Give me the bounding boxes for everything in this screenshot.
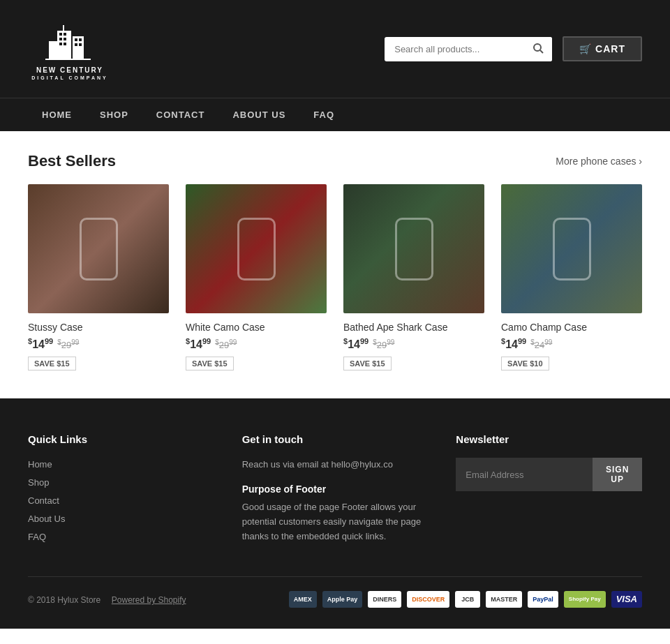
payment-icon: PayPal [528, 591, 558, 608]
footer-link-item[interactable]: Contact [28, 494, 214, 507]
nav-item-home[interactable]: HOME [28, 98, 86, 131]
case-shape-icon [395, 218, 433, 280]
products-grid: Stussy Case $1499 $2999 SAVE $15 White C… [28, 184, 642, 370]
product-card[interactable]: Camo Champ Case $1499 $2499 SAVE $10 [501, 184, 642, 370]
quick-links-list: HomeShopContactAbout UsFAQ [28, 458, 214, 543]
svg-rect-8 [64, 43, 66, 45]
svg-rect-9 [75, 38, 77, 41]
get-in-touch-title: Get in touch [242, 433, 429, 445]
cart-icon: 🛒 [579, 43, 592, 54]
nav-item-shop[interactable]: SHOP [86, 98, 142, 131]
payment-icon: DISCOVER [407, 591, 449, 608]
product-image-3 [501, 184, 642, 313]
product-name: Bathed Ape Shark Case [343, 322, 484, 333]
footer-link[interactable]: Contact [28, 495, 59, 506]
footer-quick-links: Quick Links HomeShopContactAbout UsFAQ [28, 433, 214, 548]
footer-link-item[interactable]: FAQ [28, 530, 214, 543]
site-header: NEW CENTURY DIGITAL COMPANY 🛒 CART [0, 0, 670, 98]
footer-newsletter: Newsletter SIGN UP [456, 433, 642, 548]
powered-by-link[interactable]: Powered by Shopify [112, 595, 186, 605]
price-original: $2999 [215, 338, 237, 350]
case-shape-icon [553, 218, 591, 280]
product-image-2 [343, 184, 484, 313]
main-content: Best Sellers More phone cases › Stussy C… [0, 131, 670, 398]
price-current: $1499 [186, 337, 211, 351]
product-name: White Camo Case [186, 322, 327, 333]
footer-link-item[interactable]: Home [28, 458, 214, 470]
payment-icon: MASTER [486, 591, 522, 608]
logo-text: NEW CENTURY DIGITAL COMPANY [31, 66, 108, 81]
section-title: Best Sellers [28, 152, 116, 170]
nav-link-faq[interactable]: FAQ [299, 98, 348, 131]
product-pricing: $1499 $2499 [501, 337, 642, 351]
product-pricing: $1499 $2999 [343, 337, 484, 351]
payment-icon: JCB [455, 591, 480, 608]
footer-link[interactable]: FAQ [28, 532, 46, 542]
nav-item-contact[interactable]: CONTACT [142, 98, 219, 131]
product-name: Camo Champ Case [501, 322, 642, 333]
payment-icon: DINERS [368, 591, 401, 608]
svg-rect-14 [45, 59, 91, 60]
product-name: Stussy Case [28, 322, 169, 333]
footer-link[interactable]: Shop [28, 477, 49, 488]
product-card[interactable]: Bathed Ape Shark Case $1499 $2999 SAVE $… [343, 184, 484, 370]
price-original: $2999 [373, 338, 394, 350]
cart-button[interactable]: 🛒 CART [563, 36, 642, 61]
contact-text: Reach us via email at hello@hylux.co [242, 458, 429, 472]
price-current: $1499 [343, 337, 368, 351]
footer-link[interactable]: Home [28, 459, 52, 470]
svg-rect-5 [59, 38, 62, 40]
payment-icon: AMEX [289, 591, 317, 608]
section-header: Best Sellers More phone cases › [28, 152, 642, 170]
footer-link-item[interactable]: About Us [28, 512, 214, 525]
product-pricing: $1499 $2999 [186, 337, 327, 351]
save-badge: SAVE $15 [343, 357, 392, 370]
case-shape-icon [237, 218, 276, 280]
header-right: 🛒 CART [385, 36, 642, 61]
search-container [385, 37, 552, 61]
quick-links-title: Quick Links [28, 433, 214, 445]
copyright-text: © 2018 Hylux Store [28, 595, 100, 605]
payment-icon: Shopify Pay [564, 591, 606, 608]
svg-line-16 [540, 50, 543, 53]
nav-item-faq[interactable]: FAQ [299, 98, 348, 131]
more-link[interactable]: More phone cases › [556, 156, 642, 167]
nav-link-shop[interactable]: SHOP [86, 98, 142, 131]
purpose-text: Good usage of the page Footer allows you… [242, 500, 429, 544]
price-current: $1499 [501, 337, 526, 351]
nav-link-home[interactable]: HOME [28, 98, 86, 131]
footer-contact: Get in touch Reach us via email at hello… [242, 433, 429, 548]
nav-link-about[interactable]: ABOUT US [218, 98, 299, 131]
search-icon [533, 43, 544, 54]
nav-item-about[interactable]: ABOUT US [218, 98, 299, 131]
footer-link[interactable]: About Us [28, 514, 65, 524]
logo-area: NEW CENTURY DIGITAL COMPANY [28, 14, 112, 84]
site-footer: Quick Links HomeShopContactAbout UsFAQ G… [0, 398, 670, 629]
footer-separator [104, 595, 109, 605]
price-original: $2999 [57, 338, 79, 350]
footer-bottom: © 2018 Hylux Store Powered by Shopify AM… [28, 576, 642, 608]
svg-point-15 [534, 44, 541, 51]
product-img-placeholder [186, 184, 327, 313]
main-nav: HOME SHOP CONTACT ABOUT US FAQ [0, 98, 670, 131]
svg-rect-13 [63, 25, 64, 31]
product-pricing: $1499 $2999 [28, 337, 169, 351]
product-image-1 [186, 184, 327, 313]
product-card[interactable]: Stussy Case $1499 $2999 SAVE $15 [28, 184, 169, 370]
newsletter-title: Newsletter [456, 433, 642, 445]
product-card[interactable]: White Camo Case $1499 $2999 SAVE $15 [186, 184, 327, 370]
product-img-placeholder [343, 184, 484, 313]
svg-rect-6 [64, 38, 66, 40]
search-button[interactable] [524, 37, 552, 61]
case-shape-icon [80, 218, 118, 280]
footer-link-item[interactable]: Shop [28, 476, 214, 488]
payment-icon: Apple Pay [322, 591, 363, 608]
product-img-placeholder [28, 184, 169, 313]
newsletter-signup-button[interactable]: SIGN UP [593, 458, 642, 491]
product-image-0 [28, 184, 169, 313]
save-badge: SAVE $15 [28, 357, 76, 370]
svg-rect-12 [79, 43, 82, 46]
newsletter-email-input[interactable] [456, 458, 593, 491]
nav-link-contact[interactable]: CONTACT [142, 98, 219, 131]
search-input[interactable] [385, 38, 524, 60]
